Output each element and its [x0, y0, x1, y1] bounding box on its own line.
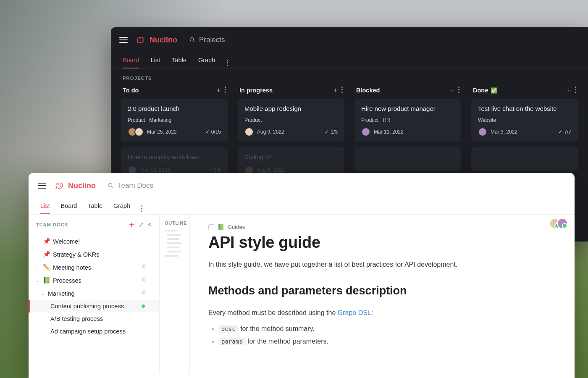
doc-heading[interactable]: Methods and parameters description: [208, 284, 556, 297]
tree-item-meeting-notes[interactable]: ›✏️Meeting notes: [29, 261, 159, 274]
breadcrumb[interactable]: 📗 Guides: [208, 224, 556, 230]
board-card[interactable]: Hire new product manager ProductHR Mar 1…: [354, 99, 461, 142]
card-tag: Website: [478, 117, 496, 123]
card-title: 2.0 product launch: [128, 105, 221, 112]
list-item[interactable]: desc for the method summary.: [218, 323, 556, 335]
avatar: [478, 127, 487, 136]
card-tag: HR: [383, 117, 390, 123]
tree-label: Ad campaign setup process: [50, 328, 126, 335]
duplicate-icon[interactable]: [142, 277, 147, 284]
column-menu-button[interactable]: [225, 87, 226, 94]
tree-item-welcome[interactable]: 📌Welcome!: [29, 235, 159, 248]
add-card-button[interactable]: +: [450, 87, 454, 94]
list-item[interactable]: params for the method parameters.: [218, 335, 556, 348]
board-columns: To do + 2.0 product launch ProductMarket…: [111, 84, 588, 186]
card-date: Mar 11, 2022: [374, 129, 404, 135]
search-input[interactable]: Team Docs: [103, 179, 158, 192]
board-card[interactable]: 2.0 product launch ProductMarketing Mar …: [121, 99, 228, 142]
tree-item-marketing[interactable]: ⌄Marketing: [29, 287, 159, 300]
tab-graph[interactable]: Graph: [198, 52, 215, 68]
tree-item-processes[interactable]: ⌄📗Processes: [29, 274, 159, 287]
doc-intro[interactable]: In this style guide, we have put togethe…: [208, 259, 556, 270]
tabs-more-button[interactable]: [227, 55, 228, 66]
column-done: Done✅ + Test live chat on the website We…: [471, 84, 578, 186]
board-card[interactable]: [471, 147, 578, 171]
chevron-down-icon[interactable]: ⌄: [36, 278, 40, 283]
tree-label: A/B testing process: [50, 315, 103, 322]
pin-icon: 📌: [43, 238, 50, 245]
add-card-button[interactable]: +: [567, 87, 571, 94]
chevron-right-icon[interactable]: ›: [36, 265, 40, 270]
tree-item-ad-campaign[interactable]: Ad campaign setup process: [29, 325, 159, 338]
svg-rect-4: [143, 265, 146, 268]
document-editor[interactable]: 📗 Guides API style guide In this style g…: [190, 215, 575, 374]
board-card[interactable]: [354, 147, 461, 171]
card-tag: Marketing: [149, 117, 171, 123]
column-title: Done✅: [473, 87, 497, 94]
column-menu-button[interactable]: [458, 87, 459, 94]
duplicate-icon[interactable]: [142, 264, 147, 271]
card-tag: Product: [361, 117, 378, 123]
tree-item-ab-testing[interactable]: A/B testing process: [29, 312, 159, 325]
tab-graph[interactable]: Graph: [113, 198, 130, 214]
avatar: [361, 127, 370, 136]
app-logo[interactable]: Nuclino: [54, 180, 96, 191]
tree-item-content-publishing[interactable]: Content publishing process: [29, 300, 159, 312]
collaborators: [549, 218, 568, 229]
card-title: Test live chat on the website: [478, 105, 571, 112]
card-title: Hire new product manager: [361, 105, 454, 112]
hamburger-icon[interactable]: [38, 183, 46, 189]
tab-list[interactable]: List: [40, 198, 50, 214]
window-team-docs: Nuclino Team Docs List Board Table Graph…: [29, 173, 575, 378]
svg-line-3: [112, 186, 113, 188]
search-placeholder: Projects: [199, 36, 225, 44]
add-page-button[interactable]: +: [129, 220, 134, 229]
grape-dsl-link[interactable]: Grape DSL: [338, 309, 371, 316]
column-menu-button[interactable]: [575, 87, 576, 94]
svg-line-1: [193, 41, 194, 42]
tab-board[interactable]: Board: [123, 52, 139, 68]
hamburger-icon[interactable]: [119, 37, 128, 43]
page-title[interactable]: API style guide: [208, 234, 556, 252]
add-card-button[interactable]: +: [333, 87, 337, 94]
code-pill: desc: [218, 325, 239, 333]
svg-rect-5: [142, 265, 145, 267]
column-menu-button[interactable]: [341, 87, 343, 94]
search-input[interactable]: Projects: [185, 33, 229, 47]
view-tabs: List Board Table Graph: [29, 198, 575, 215]
tab-table[interactable]: Table: [88, 198, 102, 214]
avatar[interactable]: [557, 218, 568, 229]
column-title: Blocked: [356, 87, 380, 94]
search-icon: [189, 37, 196, 43]
doc-paragraph[interactable]: Every method must be described using the…: [208, 307, 556, 318]
card-tag: Product: [244, 117, 262, 123]
tree-label: Strategy & OKRs: [53, 251, 99, 258]
add-card-button[interactable]: +: [217, 87, 220, 94]
card-date: Mar 18, 2022: [140, 167, 170, 173]
brain-icon: [54, 180, 65, 191]
tree-item-strategy[interactable]: 📌Strategy & OKRs: [29, 248, 159, 261]
board-card[interactable]: Mobile app redesign Product Aug 9, 2022 …: [238, 99, 344, 142]
card-date: Aug 9, 2022: [257, 167, 284, 173]
tab-table[interactable]: Table: [172, 52, 186, 68]
expand-icon[interactable]: ⤢: [138, 220, 144, 229]
tab-list[interactable]: List: [151, 52, 160, 68]
chevron-down-icon[interactable]: ⌄: [41, 291, 45, 296]
tabs-more-button[interactable]: [141, 201, 142, 212]
code-pill: params: [218, 338, 246, 345]
app-logo[interactable]: Nuclino: [135, 34, 177, 45]
svg-point-0: [190, 38, 194, 41]
column-title: To do: [123, 87, 139, 94]
collapse-icon[interactable]: «: [148, 220, 152, 229]
column-blocked: Blocked + Hire new product manager Produ…: [354, 84, 461, 186]
page-tree: 📌Welcome! 📌Strategy & OKRs ›✏️Meeting no…: [29, 233, 159, 339]
tab-board[interactable]: Board: [61, 198, 77, 214]
duplicate-icon[interactable]: [142, 290, 147, 297]
card-progress: ✓7/7: [558, 129, 571, 135]
board-card[interactable]: Test live chat on the website Website Ma…: [471, 99, 578, 142]
avatar: [134, 127, 144, 136]
divider: [208, 301, 556, 301]
doc-bullet-list[interactable]: desc for the method summary. params for …: [208, 323, 556, 348]
outline-minimap[interactable]: [165, 230, 184, 257]
card-date: Mar 25, 2022: [147, 129, 177, 135]
